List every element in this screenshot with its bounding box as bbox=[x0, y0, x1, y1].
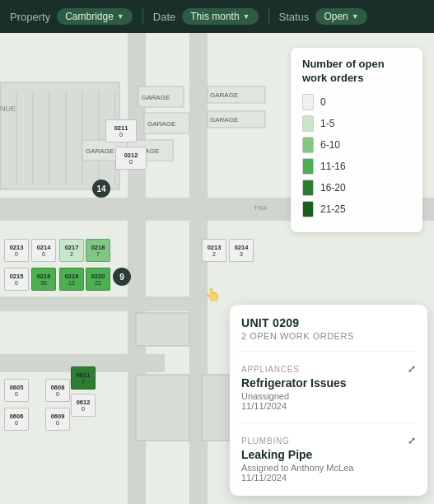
legend-swatch bbox=[302, 94, 314, 110]
separator bbox=[268, 8, 269, 25]
unit-number: 0213 bbox=[208, 244, 222, 251]
legend-item: 21-25 bbox=[302, 201, 411, 217]
unit-number: 0220 bbox=[91, 273, 105, 280]
legend-swatch bbox=[302, 115, 314, 132]
legend-swatch bbox=[302, 201, 314, 217]
legend-item: 6-10 bbox=[302, 137, 411, 153]
property-filter[interactable]: Cambridge ▼ bbox=[57, 8, 133, 25]
svg-rect-5 bbox=[0, 296, 198, 311]
unit-number: 0608 bbox=[51, 384, 65, 391]
unit-number: 0211 bbox=[114, 124, 128, 132]
legend-title: Number of openwork orders bbox=[302, 58, 411, 86]
unit-box[interactable]: 0218 7 bbox=[86, 239, 110, 262]
cluster-badge[interactable]: 9 bbox=[113, 268, 131, 286]
svg-text:GARAGE: GARAGE bbox=[86, 147, 114, 155]
unit-number: 0212 bbox=[124, 152, 138, 159]
unit-count: 0 bbox=[119, 132, 123, 138]
unit-count: 36 bbox=[40, 280, 47, 286]
unit-box[interactable]: 0606 0 bbox=[4, 408, 29, 431]
unit-number: 0213 bbox=[10, 244, 24, 251]
unit-number: 0214 bbox=[235, 244, 249, 251]
wo-assigned: Unassigned bbox=[241, 391, 416, 401]
popup-unit: UNIT 0209 bbox=[241, 316, 416, 329]
status-filter[interactable]: Open ▼ bbox=[315, 8, 366, 25]
svg-text:GARAGE: GARAGE bbox=[210, 91, 238, 99]
unit-count: 7 bbox=[82, 379, 85, 385]
expand-icon[interactable]: ⤢ bbox=[408, 435, 416, 446]
unit-number: 0214 bbox=[37, 244, 51, 251]
unit-count: 0 bbox=[15, 391, 18, 397]
unit-count: 0 bbox=[15, 420, 18, 426]
unit-box[interactable]: 0212 0 bbox=[115, 147, 147, 170]
legend-label: 21-25 bbox=[320, 203, 346, 215]
legend-label: 6-10 bbox=[320, 139, 340, 151]
unit-number: 0611 bbox=[77, 371, 91, 379]
legend-label: 11-16 bbox=[320, 161, 346, 172]
map-container[interactable]: GARAGE GARAGE GARAGE GARAGE GARAGE GARAG… bbox=[0, 33, 434, 504]
work-order-item: APPLIANCES Refrigerator Issues Unassigne… bbox=[241, 358, 416, 416]
unit-box[interactable]: 0608 0 bbox=[45, 379, 70, 402]
unit-box[interactable]: 0213 2 bbox=[202, 239, 226, 262]
svg-text:GARAGE: GARAGE bbox=[142, 94, 170, 101]
svg-rect-29 bbox=[136, 375, 189, 441]
legend: Number of openwork orders 0 1-5 6-10 11-… bbox=[291, 48, 422, 232]
svg-text:TRA: TRA bbox=[254, 204, 268, 212]
legend-item: 16-20 bbox=[302, 180, 411, 196]
unit-count: 0 bbox=[15, 280, 18, 286]
popup-card: UNIT 0209 2 OPEN WORK ORDERS APPLIANCES … bbox=[230, 305, 427, 496]
popup-open-orders: 2 OPEN WORK ORDERS bbox=[241, 331, 416, 341]
unit-box[interactable]: 0215 0 bbox=[4, 268, 29, 291]
unit-number: 0217 bbox=[65, 244, 79, 251]
chevron-down-icon: ▼ bbox=[352, 12, 359, 21]
unit-box[interactable]: 0609 0 bbox=[45, 408, 70, 431]
wo-title: Leaking Pipe bbox=[241, 448, 416, 461]
property-label: Property bbox=[10, 11, 50, 23]
date-filter[interactable]: This month ▼ bbox=[182, 8, 258, 25]
unit-box[interactable]: 0211 0 bbox=[105, 119, 137, 142]
legend-swatch bbox=[302, 180, 314, 196]
unit-box[interactable]: 0213 0 bbox=[4, 239, 29, 262]
unit-box[interactable]: 0611 7 bbox=[71, 366, 96, 390]
expand-icon[interactable]: ⤢ bbox=[408, 363, 416, 375]
legend-label: 1-5 bbox=[320, 118, 334, 129]
unit-box[interactable]: 0214 3 bbox=[229, 239, 254, 262]
unit-count: 7 bbox=[96, 251, 100, 257]
wo-title: Refrigerator Issues bbox=[241, 376, 416, 390]
unit-box[interactable]: 0220 22 bbox=[86, 268, 110, 291]
unit-number: 0609 bbox=[51, 413, 65, 420]
unit-count: 3 bbox=[240, 251, 243, 257]
legend-swatch bbox=[302, 137, 314, 153]
unit-box[interactable]: 0605 0 bbox=[4, 379, 29, 402]
unit-box[interactable]: 0219 12 bbox=[59, 268, 84, 291]
cluster-badge[interactable]: 14 bbox=[92, 180, 110, 198]
unit-box[interactable]: 0216 36 bbox=[31, 268, 56, 291]
divider bbox=[241, 422, 416, 423]
svg-text:NUE: NUE bbox=[0, 105, 16, 113]
legend-label: 0 bbox=[320, 96, 326, 108]
wo-category: PLUMBING bbox=[241, 436, 416, 446]
svg-rect-6 bbox=[0, 82, 119, 189]
unit-count: 0 bbox=[42, 251, 45, 257]
unit-count: 12 bbox=[68, 280, 75, 286]
chevron-down-icon: ▼ bbox=[243, 12, 250, 21]
unit-number: 0218 bbox=[91, 244, 105, 251]
legend-swatch bbox=[302, 158, 314, 175]
chevron-down-icon: ▼ bbox=[117, 12, 124, 21]
unit-count: 0 bbox=[129, 159, 133, 165]
unit-number: 0216 bbox=[37, 273, 51, 280]
legend-item: 11-16 bbox=[302, 158, 411, 175]
unit-count: 0 bbox=[82, 406, 85, 412]
wo-assigned: Assigned to Anthony McLea bbox=[241, 463, 416, 473]
unit-box[interactable]: 0214 0 bbox=[31, 239, 56, 262]
unit-box[interactable]: 0612 0 bbox=[71, 394, 96, 417]
unit-box[interactable]: 0217 2 bbox=[59, 239, 84, 262]
date-label: Date bbox=[153, 11, 175, 23]
unit-count: 2 bbox=[212, 251, 216, 257]
svg-text:GARAGE: GARAGE bbox=[210, 116, 238, 124]
svg-text:GARAGE: GARAGE bbox=[147, 120, 175, 128]
unit-number: 0215 bbox=[10, 273, 24, 280]
status-label: Status bbox=[279, 11, 310, 23]
work-order-item: PLUMBING Leaking Pipe Assigned to Anthon… bbox=[241, 430, 416, 488]
wo-category: APPLIANCES bbox=[241, 365, 416, 374]
divider bbox=[241, 351, 416, 352]
